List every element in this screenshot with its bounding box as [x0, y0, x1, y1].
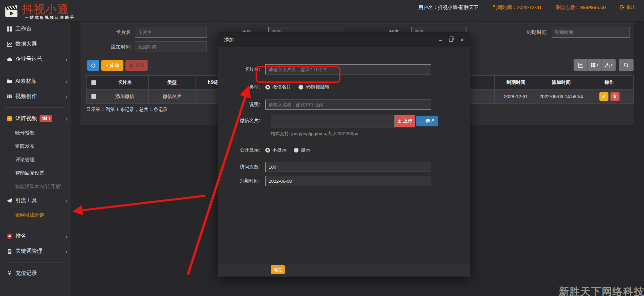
chevron-left-icon: ‹ — [66, 247, 67, 255]
filter-add-time-input[interactable] — [135, 42, 207, 52]
cell-type: 微信名片 — [149, 90, 196, 104]
filter-add-time-label: 添加时间 — [95, 44, 131, 50]
radio-icon — [294, 148, 299, 153]
chevron-left-icon: ‹ — [66, 77, 67, 85]
detail-view-button[interactable] — [574, 59, 588, 71]
radio-selected-icon — [265, 148, 270, 153]
hot-badge: 热门 — [40, 115, 52, 122]
visits-label: 访问次数: — [218, 164, 265, 170]
restore-button[interactable] — [449, 38, 453, 42]
sidebar-item-workbench[interactable]: 工作台 — [0, 21, 71, 37]
plus-icon: + — [106, 63, 108, 68]
public-display-label: 公开显示: — [218, 147, 265, 153]
points-text: 剩余点数：9999996.50 — [556, 4, 606, 11]
radio-h5-link[interactable]: h5链接跳转 — [299, 84, 330, 90]
sidebar-item-matrix-video[interactable]: 矩阵视频 热门 ‹ — [0, 111, 71, 126]
radio-icon — [299, 85, 303, 90]
cell-card-name: 添加微信 — [101, 90, 149, 104]
add-dialog: 添加 – × 卡片名: 类型: 微信名片 h5链接跳转 说明: 微信名片: 上传 — [218, 32, 470, 277]
col-actions: 操作 — [585, 76, 634, 90]
list-icon — [420, 119, 424, 123]
pagination-info: 显示第 1 到第 1 条记录，总共 1 条记录 — [86, 107, 168, 113]
detail-view-icon — [578, 63, 583, 68]
filter-card-name-input[interactable] — [135, 27, 207, 38]
export-icon — [605, 63, 610, 67]
play-icon — [7, 116, 12, 121]
sidebar-item-keyword-mgmt[interactable]: 关键词管理 ‹ — [0, 244, 71, 259]
caret-down-icon: ▾ — [611, 63, 612, 67]
cloud-icon — [7, 56, 12, 62]
row-checkbox[interactable] — [91, 94, 96, 99]
film-icon — [7, 94, 12, 99]
search-icon — [624, 62, 629, 68]
col-type: 类型 — [149, 76, 196, 90]
dialog-titlebar[interactable]: 添加 – × — [218, 33, 470, 47]
divider — [5, 107, 65, 108]
wechat-card-input[interactable] — [271, 115, 395, 127]
sidebar-item-ai-library[interactable]: AI素材库 ‹ — [0, 74, 71, 89]
sidebar-item-data-screen[interactable]: 数据大屏 — [0, 37, 71, 52]
upload-button[interactable]: 上传 — [395, 115, 415, 127]
yen-icon: ¥ — [7, 271, 12, 276]
logout-icon — [620, 5, 625, 10]
app-logo: 抖视小通 一站式短视频运营助手 — [3, 1, 103, 21]
annotation-arrow-to-sidebar — [74, 196, 205, 211]
add-button[interactable]: +添加 — [101, 60, 123, 71]
sidebar-item-external-links-active[interactable]: 全网引流外链 — [0, 208, 71, 222]
trash-icon — [613, 94, 617, 99]
edit-row-button[interactable] — [599, 92, 608, 101]
minimize-button[interactable]: – — [439, 37, 442, 42]
choose-button[interactable]: 选择 — [416, 116, 438, 126]
sidebar-item-smart-reply[interactable]: 智能回复设置 — [0, 166, 71, 180]
sidebar-item-comment-mgmt[interactable]: 评论管理 — [0, 153, 71, 166]
select-all-checkbox[interactable] — [91, 80, 96, 85]
clapperboard-icon — [3, 3, 19, 19]
username-text: 用户名：抖视小通-新胜天下 — [418, 4, 478, 11]
confirm-button[interactable]: 确定 — [271, 265, 285, 274]
visits-input[interactable] — [265, 162, 431, 172]
filter-expire-label: 到期时间 — [517, 29, 547, 36]
refresh-button[interactable] — [87, 60, 99, 71]
expire-date-input[interactable] — [265, 176, 431, 186]
delete-button[interactable]: 删除 — [125, 60, 148, 71]
col-card-name: 卡片名 — [101, 76, 149, 90]
rank-chart-icon — [7, 233, 12, 239]
table-toolbar: ▾ ▾ — [574, 59, 616, 71]
sidebar-item-matrix-publish[interactable]: 矩阵发布 — [0, 139, 71, 153]
type-label: 类型: — [218, 84, 265, 90]
filter-expire-input[interactable] — [552, 27, 630, 38]
card-name-input[interactable] — [265, 64, 431, 74]
dialog-title: 添加 — [224, 37, 234, 43]
grid-icon — [7, 26, 12, 32]
dialog-footer: 确定 — [218, 262, 470, 277]
watermark-text: 新胜天下网络科技 — [559, 285, 644, 296]
card-name-label: 卡片名: — [218, 66, 265, 72]
divider — [5, 70, 65, 70]
logout-button[interactable]: 退出 — [620, 4, 636, 11]
columns-grid-icon — [591, 63, 596, 67]
sidebar-item-traffic-tools[interactable]: 引流工具 ‹ — [0, 193, 71, 208]
columns-button[interactable]: ▾ — [588, 59, 602, 71]
pencil-icon — [602, 94, 606, 99]
filter-card-name-label: 卡片名 — [95, 29, 131, 36]
col-expire: 到期时间 — [495, 76, 537, 90]
radio-hide[interactable]: 不显示 — [265, 147, 286, 153]
app-subtitle: 一站式短视频运营助手 — [25, 15, 75, 20]
radio-wechat-card[interactable]: 微信名片 — [265, 84, 291, 90]
sidebar-item-account-auth[interactable]: 账号授权 — [0, 126, 71, 139]
delete-row-button[interactable] — [610, 92, 620, 101]
sidebar-item-recharge[interactable]: ¥ 充值记录 — [0, 266, 71, 281]
radio-show[interactable]: 显示 — [294, 147, 310, 153]
cell-added: 2022-06-03 14:58:54 — [537, 90, 585, 104]
upload-icon — [397, 119, 401, 123]
refresh-icon — [91, 63, 96, 68]
sidebar-item-ranking[interactable]: 排名 ‹ — [0, 229, 71, 244]
close-button[interactable]: × — [460, 37, 464, 43]
sidebar-item-enterprise[interactable]: 企业号运营 ‹ — [0, 52, 71, 67]
folder-icon — [7, 78, 12, 84]
line-chart-icon — [7, 41, 12, 47]
expire-date-label: 到期时间: — [218, 178, 265, 184]
search-button[interactable] — [619, 59, 634, 71]
sidebar-item-video-create[interactable]: 视频创作 ‹ — [0, 89, 71, 104]
export-button[interactable]: ▾ — [602, 59, 616, 71]
